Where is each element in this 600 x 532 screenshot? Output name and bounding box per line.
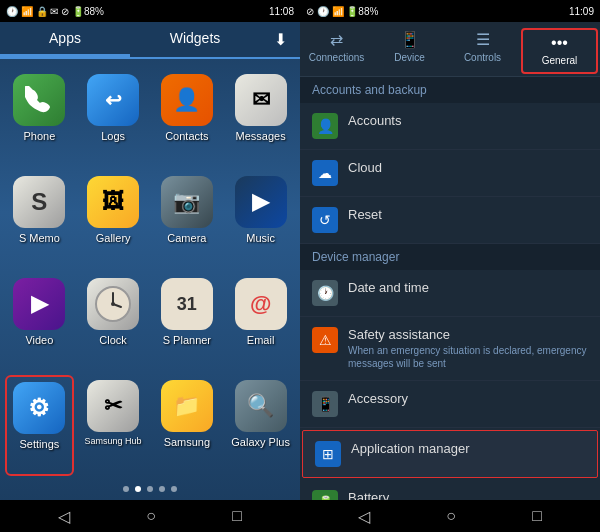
apps-grid: Phone ↩ Logs 👤 Contacts ✉ Messages S S M… [0,59,300,486]
app-splanner[interactable]: 31 S Planner [153,273,222,370]
safety-text: Safety assistance When an emergency situ… [348,327,588,370]
app-smemo[interactable]: S S Memo [5,171,74,268]
tab-connections-label: Connections [309,52,365,63]
settings-item-cloud[interactable]: ☁ Cloud [300,150,600,197]
dot-5 [171,486,177,492]
nav-recent[interactable]: □ [232,507,242,525]
app-messages[interactable]: ✉ Messages [226,69,295,166]
app-email[interactable]: @ Email [226,273,295,370]
app-icon-galaxy-plus: 🔍 [235,380,287,432]
download-icon[interactable]: ⬇ [260,22,300,57]
appmanager-text: Application manager [351,441,585,456]
app-icon-email: @ [235,278,287,330]
settings-item-reset[interactable]: ↺ Reset [300,197,600,244]
cloud-text: Cloud [348,160,588,175]
status-time-left: 11:08 [269,6,294,17]
nav-home[interactable]: ○ [146,507,156,525]
app-galaxy-plus[interactable]: 🔍 Galaxy Plus [226,375,295,476]
settings-item-accounts[interactable]: 👤 Accounts [300,103,600,150]
accessory-icon: 📱 [312,391,338,417]
nav-back-right[interactable]: ◁ [358,507,370,526]
app-label-contacts: Contacts [165,130,208,142]
dot-2 [135,486,141,492]
reset-title: Reset [348,207,588,222]
tab-controls[interactable]: ☰ Controls [446,26,519,76]
status-bar-right: ⊘ 🕐 📶 🔋88% 11:09 [300,0,600,22]
app-icon-messages: ✉ [235,74,287,126]
app-settings[interactable]: ⚙ Settings [5,375,74,476]
app-icon-smemo: S [13,176,65,228]
app-camera[interactable]: 📷 Camera [153,171,222,268]
section-header-device: Device manager [300,244,600,270]
settings-item-safety[interactable]: ⚠ Safety assistance When an emergency si… [300,317,600,381]
app-gallery[interactable]: 🖼 Gallery [79,171,148,268]
status-bar-left: 🕐 📶 🔒 ✉ ⊘ 🔋88% 11:08 [0,0,300,22]
safety-icon: ⚠ [312,327,338,353]
accessory-title: Accessory [348,391,588,406]
app-music[interactable]: ▶ Music [226,171,295,268]
app-video[interactable]: ▶ Video [5,273,74,370]
app-clock[interactable]: Clock [79,273,148,370]
dot-4 [159,486,165,492]
app-icon-clock [87,278,139,330]
settings-item-accessory[interactable]: 📱 Accessory [300,381,600,428]
app-logs[interactable]: ↩ Logs [79,69,148,166]
svg-point-3 [111,302,115,306]
app-label-email: Email [247,334,275,346]
nav-bar-right: ◁ ○ □ [300,500,600,532]
datetime-text: Date and time [348,280,588,295]
settings-item-datetime[interactable]: 🕐 Date and time [300,270,600,317]
nav-back[interactable]: ◁ [58,507,70,526]
tab-controls-label: Controls [464,52,501,63]
tab-general[interactable]: ••• General [521,28,598,74]
settings-item-battery[interactable]: 🔋 Battery [300,480,600,500]
tab-widgets[interactable]: Widgets [130,22,260,57]
app-label-messages: Messages [236,130,286,142]
app-samsung[interactable]: 📁 Samsung [153,375,222,476]
app-icon-samsung-hub: ✂ [87,380,139,432]
right-panel: ⊘ 🕐 📶 🔋88% 11:09 ⇄ Connections 📱 Device … [300,0,600,532]
battery-title: Battery [348,490,588,500]
device-icon: 📱 [400,30,420,49]
app-samsung-hub[interactable]: ✂ Samsung Hub [79,375,148,476]
cloud-title: Cloud [348,160,588,175]
app-label-logs: Logs [101,130,125,142]
app-contacts[interactable]: 👤 Contacts [153,69,222,166]
app-icon-settings: ⚙ [13,382,65,434]
settings-tabs: ⇄ Connections 📱 Device ☰ Controls ••• Ge… [300,22,600,77]
app-phone[interactable]: Phone [5,69,74,166]
tab-device-label: Device [394,52,425,63]
settings-content: Accounts and backup 👤 Accounts ☁ Cloud ↺… [300,77,600,500]
status-time-right: 11:09 [569,6,594,17]
tab-connections[interactable]: ⇄ Connections [300,26,373,76]
app-label-phone: Phone [23,130,55,142]
status-icons-right: ⊘ 🕐 📶 🔋88% [306,6,378,17]
battery-text: Battery [348,490,588,500]
app-icon-video: ▶ [13,278,65,330]
nav-recent-right[interactable]: □ [532,507,542,525]
app-icon-music: ▶ [235,176,287,228]
left-panel: 🕐 📶 🔒 ✉ ⊘ 🔋88% 11:08 Apps Widgets ⬇ Phon… [0,0,300,532]
app-icon-phone [13,74,65,126]
settings-item-appmanager[interactable]: ⊞ Application manager [302,430,598,478]
app-icon-splanner: 31 [161,278,213,330]
app-icon-logs: ↩ [87,74,139,126]
safety-title: Safety assistance [348,327,588,342]
app-label-clock: Clock [99,334,127,346]
section-header-accounts: Accounts and backup [300,77,600,103]
reset-icon: ↺ [312,207,338,233]
app-icon-samsung: 📁 [161,380,213,432]
status-icons-left: 🕐 📶 🔒 ✉ ⊘ 🔋88% [6,6,104,17]
dot-1 [123,486,129,492]
appmanager-title: Application manager [351,441,585,456]
app-label-video: Video [25,334,53,346]
accounts-icon: 👤 [312,113,338,139]
app-label-gallery: Gallery [96,232,131,244]
cloud-icon: ☁ [312,160,338,186]
dot-3 [147,486,153,492]
nav-home-right[interactable]: ○ [446,507,456,525]
tab-general-label: General [542,55,578,66]
tab-apps[interactable]: Apps [0,22,130,57]
tab-device[interactable]: 📱 Device [373,26,446,76]
controls-icon: ☰ [476,30,490,49]
